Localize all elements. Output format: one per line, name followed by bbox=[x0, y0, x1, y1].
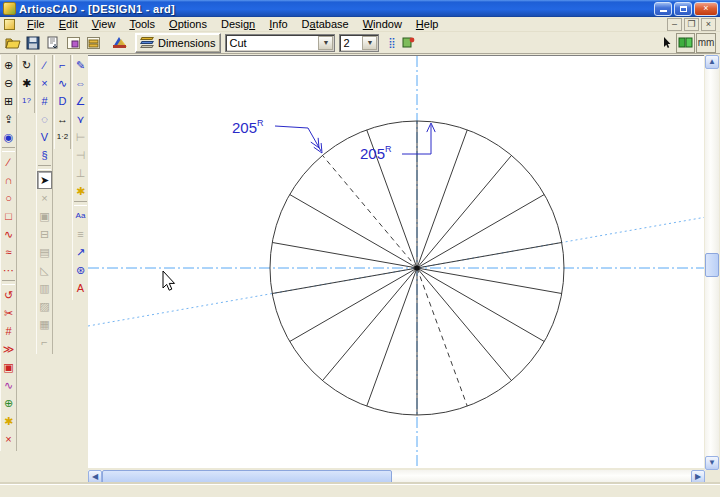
stretch-icon[interactable]: ↔ bbox=[55, 110, 70, 128]
slant-text-icon[interactable]: A bbox=[73, 279, 88, 297]
restore-button[interactable] bbox=[674, 2, 692, 16]
menu-view[interactable]: View bbox=[85, 17, 123, 31]
spoke-line[interactable] bbox=[323, 268, 417, 381]
v-notch-icon[interactable]: V bbox=[37, 128, 52, 146]
menu-tools[interactable]: Tools bbox=[122, 17, 162, 31]
zoom-in-icon[interactable]: ⊕ bbox=[1, 56, 16, 74]
corner-tool-icon[interactable]: ⌐ bbox=[55, 56, 70, 74]
renumber-icon[interactable]: 1·2 bbox=[55, 128, 70, 146]
rectangle-tool-icon[interactable]: □ bbox=[1, 207, 16, 225]
delete-tool-icon[interactable]: × bbox=[1, 430, 16, 448]
vertical-scroll-thumb[interactable] bbox=[705, 253, 719, 277]
intersect-icon[interactable]: × bbox=[37, 74, 52, 92]
baseline-dimension-icon[interactable]: ⊣ bbox=[73, 146, 88, 164]
cut-tool-icon[interactable]: ✂ bbox=[1, 304, 16, 322]
hatch-tool-icon[interactable]: # bbox=[1, 322, 16, 340]
dimension-tool-icon[interactable]: ✎ bbox=[73, 56, 88, 74]
zoom-out-icon[interactable]: ⊖ bbox=[1, 74, 16, 92]
layout-options-button[interactable] bbox=[400, 33, 417, 53]
menu-file[interactable]: File bbox=[20, 17, 52, 31]
copy-icon[interactable]: ▤ bbox=[37, 243, 52, 261]
construction-line-icon[interactable]: ⋯ bbox=[1, 261, 16, 279]
move-icon[interactable]: ⊟ bbox=[37, 225, 52, 243]
spoke-line[interactable] bbox=[367, 268, 417, 406]
rotate-icon[interactable]: ↻ bbox=[19, 56, 34, 74]
horizontal-scrollbar[interactable]: ◀ ▶ bbox=[88, 470, 705, 484]
mdi-close-button[interactable]: × bbox=[701, 18, 716, 31]
arc-edit-icon[interactable]: D bbox=[55, 92, 70, 110]
scroll-left-button[interactable]: ◀ bbox=[88, 470, 102, 484]
target-tool-icon[interactable]: ⊕ bbox=[1, 394, 16, 412]
text-tool-icon[interactable]: Aa bbox=[73, 207, 88, 225]
rebuild-design-button[interactable] bbox=[63, 33, 83, 53]
save-button[interactable] bbox=[23, 33, 43, 53]
menu-design[interactable]: Design bbox=[214, 17, 262, 31]
graphics-button[interactable] bbox=[109, 33, 129, 53]
spoke-line[interactable] bbox=[417, 130, 467, 268]
pointer-tool-button[interactable] bbox=[658, 33, 675, 53]
delete-selection-icon[interactable]: × bbox=[37, 189, 52, 207]
horizontal-scroll-thumb[interactable] bbox=[102, 470, 392, 484]
ordinate-dimension-icon[interactable]: ⊥ bbox=[73, 164, 88, 182]
explode-icon[interactable]: ✱ bbox=[19, 74, 34, 92]
rotate-copy-icon[interactable]: ▥ bbox=[37, 279, 52, 297]
wave-tool-icon[interactable]: ≈ bbox=[1, 243, 16, 261]
zigzag-tool-icon[interactable]: ∿ bbox=[1, 376, 16, 394]
drawing-canvas[interactable]: 205R205R bbox=[88, 55, 704, 468]
view-mode-icon[interactable]: ◉ bbox=[1, 128, 16, 146]
open-button[interactable] bbox=[3, 33, 23, 53]
chevron-tool-icon[interactable]: ≫ bbox=[1, 340, 16, 358]
snap-options-button[interactable]: ⣿ bbox=[383, 33, 400, 53]
context-help-icon[interactable]: 1? bbox=[19, 92, 34, 110]
spoke-line-dashed[interactable] bbox=[417, 268, 467, 406]
menu-edit[interactable]: Edit bbox=[52, 17, 85, 31]
dimensions-layer-button[interactable]: Dimensions bbox=[135, 33, 221, 53]
highlight-dimension-icon[interactable]: ✱ bbox=[73, 182, 88, 200]
curve-tool-icon[interactable]: ∿ bbox=[1, 225, 16, 243]
s-curve-icon[interactable]: § bbox=[37, 146, 52, 164]
mdi-minimize-button[interactable]: – bbox=[667, 18, 682, 31]
layer-combobox[interactable]: Cut ▼ bbox=[225, 34, 335, 52]
circle-tool-icon[interactable]: ○ bbox=[1, 189, 16, 207]
menu-options[interactable]: Options bbox=[162, 17, 214, 31]
menu-window[interactable]: Window bbox=[356, 17, 409, 31]
arc-tool-icon[interactable]: ∩ bbox=[1, 171, 16, 189]
blend-tool-icon[interactable]: ∿ bbox=[55, 74, 70, 92]
horizontal-dimension-icon[interactable]: ⇔ bbox=[73, 74, 88, 92]
minimize-button[interactable] bbox=[654, 2, 672, 16]
edit-line-icon[interactable]: ∕ bbox=[37, 56, 52, 74]
panel-tool-icon[interactable]: ▣ bbox=[1, 358, 16, 376]
units-button[interactable]: mm bbox=[696, 33, 716, 53]
vertical-scrollbar[interactable]: ▲ ▼ bbox=[705, 55, 719, 470]
pan-icon[interactable]: ⇪ bbox=[1, 110, 16, 128]
bend-tool-icon[interactable]: ↺ bbox=[1, 286, 16, 304]
group-icon[interactable]: ▣ bbox=[37, 207, 52, 225]
spoke-line-dashed[interactable] bbox=[323, 155, 417, 268]
menu-help[interactable]: Help bbox=[409, 17, 446, 31]
spoke-line[interactable] bbox=[417, 268, 511, 381]
radius-dimension-icon[interactable]: ⋎ bbox=[73, 110, 88, 128]
zoom-window-icon[interactable]: ⊞ bbox=[1, 92, 16, 110]
chevron-down-icon[interactable]: ▼ bbox=[318, 36, 333, 50]
angle-dimension-icon[interactable]: ∠ bbox=[73, 92, 88, 110]
star-tool-icon[interactable]: ✱ bbox=[1, 412, 16, 430]
step-icon[interactable]: ⌐ bbox=[37, 333, 52, 351]
text-list-icon[interactable]: ≡ bbox=[73, 225, 88, 243]
design-browser-button[interactable] bbox=[676, 33, 695, 53]
count-combobox[interactable]: 2 ▼ bbox=[339, 34, 379, 52]
edit-circle-icon[interactable]: ◌ bbox=[37, 110, 52, 128]
mark-tool-icon[interactable]: ⊛ bbox=[73, 261, 88, 279]
menu-info[interactable]: Info bbox=[262, 17, 294, 31]
sequence-icon[interactable]: ▦ bbox=[37, 315, 52, 333]
chevron-down-icon[interactable]: ▼ bbox=[362, 36, 377, 50]
scroll-down-button[interactable]: ▼ bbox=[705, 456, 719, 470]
spoke-line[interactable] bbox=[417, 155, 511, 268]
mirror-icon[interactable]: ◺ bbox=[37, 261, 52, 279]
print-output-button[interactable] bbox=[43, 33, 63, 53]
chain-dimension-icon[interactable]: ⊢ bbox=[73, 128, 88, 146]
leader-tool-icon[interactable]: ↗ bbox=[73, 243, 88, 261]
standards-catalog-button[interactable] bbox=[83, 33, 103, 53]
select-tool-icon[interactable]: ➤ bbox=[37, 171, 52, 189]
trim-icon[interactable]: # bbox=[37, 92, 52, 110]
scroll-right-button[interactable]: ▶ bbox=[691, 470, 705, 484]
